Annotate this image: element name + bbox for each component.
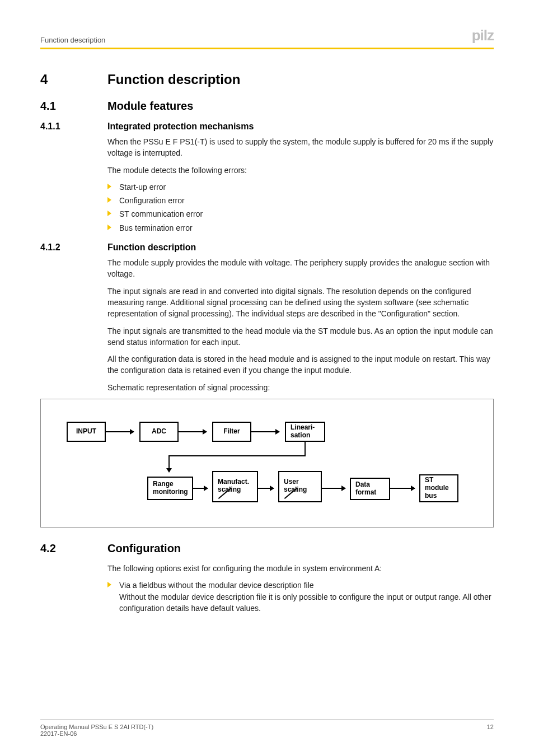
connector-line bbox=[305, 442, 306, 455]
heading-title: Function description bbox=[107, 242, 494, 253]
box-input: INPUT bbox=[67, 422, 106, 442]
list-item: ST communication error bbox=[107, 208, 494, 220]
bullet-text: Configuration error bbox=[119, 195, 494, 206]
heading-4-1-1: 4.1.1 Integrated protection mechanisms bbox=[40, 122, 494, 132]
paragraph: Schematic representation of signal proce… bbox=[107, 382, 494, 393]
signal-processing-diagram: INPUT ADC Filter Lineari- sation Range m… bbox=[40, 399, 494, 528]
paragraph: The module detects the following errors: bbox=[107, 165, 494, 176]
heading-4-1: 4.1 Module features bbox=[40, 100, 494, 113]
scale-icon bbox=[218, 486, 235, 500]
bullet-icon bbox=[107, 197, 111, 203]
arrow-icon bbox=[390, 488, 415, 489]
box-label: Range bbox=[153, 480, 188, 488]
bullet-text: Via a fieldbus without the modular devic… bbox=[119, 580, 494, 614]
box-range-monitoring: Range monitoring bbox=[147, 477, 193, 500]
paragraph: The input signals are transmitted to the… bbox=[107, 325, 494, 348]
arrow-icon bbox=[193, 488, 208, 489]
heading-number: 4.1.1 bbox=[40, 122, 107, 132]
scale-icon bbox=[284, 486, 301, 500]
arrow-icon bbox=[106, 431, 134, 432]
arrow-icon bbox=[179, 431, 207, 432]
list-item: Via a fieldbus without the modular devic… bbox=[107, 580, 494, 614]
box-label: INPUT bbox=[76, 428, 96, 436]
bullet-line: Without the modular device description f… bbox=[119, 592, 491, 613]
footer-left: Operating Manual PSSu E S 2AI RTD(-T) 22… bbox=[40, 724, 153, 737]
heading-title: Module features bbox=[107, 100, 494, 113]
bullet-icon bbox=[107, 582, 111, 587]
box-label: module bbox=[425, 484, 453, 492]
box-label: ADC bbox=[152, 428, 166, 436]
box-linearisation: Lineari- sation bbox=[285, 422, 325, 442]
header-rule bbox=[40, 48, 494, 49]
arrow-icon bbox=[251, 431, 279, 432]
heading-4-1-2: 4.1.2 Function description bbox=[40, 242, 494, 253]
bullet-icon bbox=[107, 225, 111, 230]
letter-i: i bbox=[480, 27, 484, 44]
page-header: Function description pilz bbox=[40, 27, 494, 48]
list-item: Configuration error bbox=[107, 195, 494, 206]
list-item: Start-up error bbox=[107, 181, 494, 193]
box-label: monitoring bbox=[153, 488, 188, 496]
arrow-icon bbox=[168, 455, 170, 472]
bullet-line: Via a fieldbus without the modular devic… bbox=[119, 581, 314, 590]
box-filter: Filter bbox=[212, 422, 251, 442]
box-label: ST bbox=[425, 477, 453, 484]
connector-line bbox=[168, 455, 306, 456]
heading-4: 4 Function description bbox=[40, 72, 494, 87]
list-item: Bus termination error bbox=[107, 222, 494, 234]
arrow-icon bbox=[258, 488, 274, 489]
heading-4-2: 4.2 Configuration bbox=[40, 542, 494, 555]
paragraph: The input signals are read in and conver… bbox=[107, 286, 494, 320]
bullet-text: Start-up error bbox=[119, 181, 494, 193]
paragraph: The following options exist for configur… bbox=[107, 563, 494, 574]
bullet-icon bbox=[107, 211, 111, 216]
bullet-list: Via a fieldbus without the modular devic… bbox=[107, 580, 494, 614]
box-label: Lineari- bbox=[291, 424, 320, 432]
heading-title: Integrated protection mechanisms bbox=[107, 122, 494, 132]
box-label: Data bbox=[355, 481, 385, 489]
heading-number: 4.2 bbox=[40, 542, 107, 555]
box-label: format bbox=[355, 489, 385, 497]
box-label: Filter bbox=[223, 428, 240, 436]
breadcrumb: Function description bbox=[40, 36, 105, 44]
paragraph: When the PSSu E F PS1(-T) is used to sup… bbox=[107, 136, 494, 159]
page-number: 12 bbox=[487, 724, 494, 737]
heading-number: 4 bbox=[40, 72, 107, 87]
heading-number: 4.1.2 bbox=[40, 242, 107, 253]
box-manufact-scaling: Manufact. scaling bbox=[212, 471, 258, 502]
paragraph: All the configuration data is stored in … bbox=[107, 353, 494, 376]
box-user-scaling: User scaling bbox=[278, 471, 322, 502]
page-footer: Operating Manual PSSu E S 2AI RTD(-T) 22… bbox=[40, 720, 494, 737]
bullet-list: Start-up error Configuration error ST co… bbox=[107, 181, 494, 234]
box-label: sation bbox=[291, 432, 320, 440]
section-4-1-1-body: When the PSSu E F PS1(-T) is used to sup… bbox=[107, 136, 494, 234]
footer-line: Operating Manual PSSu E S 2AI RTD(-T) bbox=[40, 724, 153, 730]
section-4-2-body: The following options exist for configur… bbox=[107, 563, 494, 614]
box-label: bus bbox=[425, 492, 453, 500]
box-st-module-bus: ST module bus bbox=[419, 474, 458, 502]
heading-number: 4.1 bbox=[40, 100, 107, 113]
arrow-icon bbox=[322, 488, 345, 489]
box-adc: ADC bbox=[139, 422, 179, 442]
bullet-text: ST communication error bbox=[119, 208, 494, 220]
paragraph: The module supply provides the module wi… bbox=[107, 257, 494, 280]
bullet-text: Bus termination error bbox=[119, 222, 494, 234]
heading-title: Configuration bbox=[107, 542, 494, 555]
footer-line: 22017-EN-06 bbox=[40, 730, 153, 737]
box-data-format: Data format bbox=[350, 478, 390, 500]
box-label: Manufact. bbox=[218, 478, 252, 486]
section-4-1-2-body: The module supply provides the module wi… bbox=[107, 257, 494, 393]
brand-logo: pilz bbox=[472, 27, 494, 44]
bullet-icon bbox=[107, 184, 111, 189]
heading-title: Function description bbox=[107, 72, 494, 87]
box-label: User bbox=[284, 478, 316, 486]
